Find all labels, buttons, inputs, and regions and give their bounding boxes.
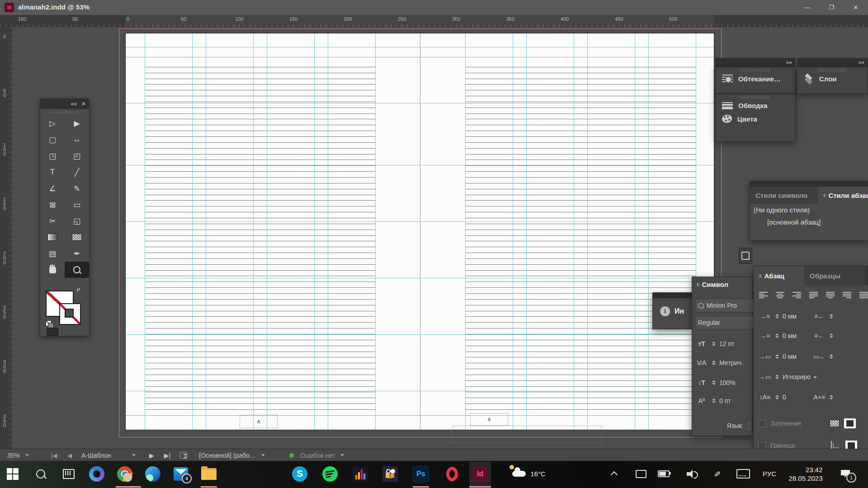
horizontal-guide[interactable] (126, 103, 714, 103)
column-guide[interactable] (375, 33, 376, 430)
font-size-value[interactable]: 12 пт (719, 340, 734, 347)
scissors-tool[interactable]: ✂ (40, 213, 65, 229)
zoom-level-dropdown[interactable]: 35% (7, 449, 29, 461)
direct-selection-tool[interactable]: ▶ (65, 115, 89, 131)
loop-app-icon[interactable] (86, 461, 108, 487)
column-guide[interactable] (635, 33, 635, 430)
space-after-stepper[interactable] (828, 354, 835, 359)
notes-tool[interactable]: ▤ (40, 245, 65, 262)
tab-character-styles[interactable]: Стили символо (750, 187, 818, 204)
language-indicator[interactable]: РУС (758, 461, 781, 487)
shading-swatch[interactable] (844, 418, 856, 428)
battery-tray-icon[interactable] (655, 461, 673, 487)
photoshop-icon[interactable]: Ps (410, 461, 432, 487)
column-guide[interactable] (587, 33, 588, 430)
style-row-basic-paragraph[interactable]: [основной абзац] (750, 216, 868, 228)
deezer-icon[interactable] (349, 461, 371, 487)
hidden-icons-chevron[interactable] (606, 461, 622, 487)
gradient-tool[interactable] (40, 229, 65, 245)
type-tool[interactable]: T (40, 164, 65, 180)
page-number-marker[interactable]: А (470, 413, 508, 426)
next-page-button[interactable]: ▶ (149, 452, 154, 459)
panel-grip[interactable] (50, 111, 79, 114)
skype-icon[interactable]: S (289, 461, 311, 487)
dotted-text-frame[interactable] (452, 426, 602, 443)
column-guide[interactable] (314, 33, 315, 430)
column-guide[interactable] (328, 33, 328, 430)
horizontal-guide[interactable] (126, 47, 714, 47)
docked-panel-icon[interactable] (739, 248, 752, 264)
justify-right-button[interactable] (843, 292, 851, 298)
align-center-button[interactable] (776, 292, 784, 298)
horizontal-guide[interactable] (126, 278, 714, 278)
drop-cap-lines-stepper[interactable] (774, 395, 781, 399)
expand-panels-icon[interactable]: »» (786, 59, 792, 66)
pencil-tool[interactable]: ✎ (65, 180, 89, 197)
column-guide[interactable] (267, 33, 267, 430)
free-transform-tool[interactable]: ◱ (65, 213, 89, 229)
swap-fill-stroke-icon[interactable]: ⇄ (76, 287, 80, 292)
reader-app-icon[interactable] (379, 461, 401, 487)
start-button[interactable] (2, 461, 24, 487)
drop-cap-lines-value[interactable]: 0 (783, 394, 811, 401)
page-turn-icon[interactable] (180, 452, 187, 459)
column-guide[interactable] (465, 33, 466, 430)
colors-panel-button[interactable]: Цвета (716, 112, 795, 126)
minimize-button[interactable]: — (795, 0, 819, 15)
last-page-button[interactable]: ▶| (164, 452, 170, 459)
kerning-stepper[interactable] (710, 361, 717, 365)
preflight-status[interactable]: Ошибок нет (289, 449, 344, 461)
page-spread[interactable] (125, 33, 714, 430)
expand-panels-icon[interactable]: »» (859, 59, 864, 66)
justify-center-button[interactable] (826, 292, 835, 298)
line-tool[interactable]: ╱ (65, 164, 89, 180)
restore-button[interactable]: ❐ (819, 0, 844, 15)
style-row-none[interactable]: (Ни одного стиля) (750, 204, 868, 216)
page-tool[interactable]: ▢ (40, 131, 65, 148)
rectangle-tool[interactable]: ▭ (65, 197, 89, 213)
page-dropdown[interactable]: А-Шаблон (81, 449, 136, 461)
font-family-field[interactable]: Minion Pro (695, 299, 755, 312)
baseline-shift-value[interactable]: 0 пт (719, 397, 731, 404)
layers-panel-button[interactable]: Слои (797, 72, 868, 85)
vertical-ruler[interactable]: 050100150200250300350 (0, 27, 13, 449)
edge-icon[interactable] (142, 461, 164, 487)
baseline-shift-stepper[interactable] (710, 399, 717, 403)
font-style-field[interactable]: Regular (695, 316, 755, 329)
last-line-indent-stepper[interactable] (828, 333, 835, 338)
notification-center-button[interactable]: 1 (833, 461, 858, 487)
space-before-stepper[interactable] (774, 354, 781, 359)
pen-tray-icon[interactable]: ✎ (707, 461, 727, 487)
frame-tool[interactable]: ⊠ (40, 197, 65, 213)
selection-tool[interactable]: ▷ (40, 115, 65, 131)
content-placer-tool[interactable]: ◰ (65, 148, 89, 164)
panel-grip[interactable] (741, 69, 770, 72)
pen-tool[interactable]: ∠ (40, 180, 65, 197)
column-guide[interactable] (526, 33, 527, 430)
touch-keyboard-icon[interactable] (732, 461, 754, 487)
shading-checkbox[interactable] (758, 420, 766, 427)
left-indent-value[interactable]: 0 мм (783, 313, 811, 320)
align-to-grid-dropdown[interactable]: Игнориро (783, 373, 824, 380)
border-checkbox[interactable] (758, 442, 766, 450)
previous-page-button[interactable]: ◀ (67, 452, 72, 459)
volume-tray-icon[interactable] (683, 461, 703, 487)
column-guide[interactable] (206, 33, 206, 430)
horizontal-guide[interactable] (126, 334, 714, 335)
space-before-value[interactable]: 0 мм (783, 353, 811, 360)
weather-widget[interactable]: 16°C (500, 461, 558, 487)
task-view-button[interactable] (58, 461, 80, 487)
vertical-scale-stepper[interactable] (710, 380, 717, 385)
tab-paragraph[interactable]: ◊ Абзац (754, 266, 804, 286)
justify-left-button[interactable] (809, 292, 818, 298)
tab-paragraph-styles[interactable]: ◊ Стили абзаце (818, 187, 868, 204)
clock[interactable]: 23:42 28.05.2023 (782, 461, 829, 487)
stroke-panel-button[interactable]: Обводка (716, 99, 795, 112)
vertical-scale-value[interactable]: 100% (719, 379, 736, 386)
horizontal-guide[interactable] (126, 165, 714, 165)
align-left-button[interactable] (759, 292, 768, 298)
eyedropper-tool[interactable]: ✒ (65, 245, 89, 262)
panel-grip[interactable] (741, 96, 770, 99)
justify-all-button[interactable] (859, 292, 868, 298)
gap-tool[interactable]: ↔ (65, 131, 89, 148)
